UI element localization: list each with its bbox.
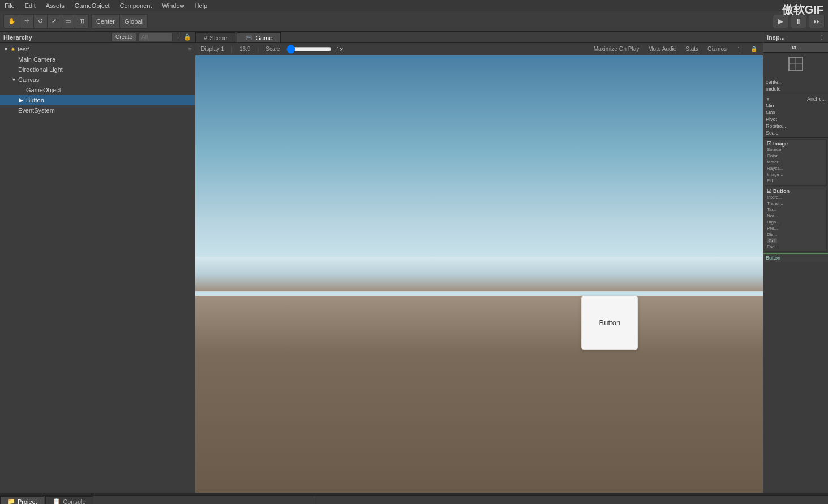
hierarchy-item-directional-light[interactable]: Directional Light [0, 64, 195, 75]
anchor-max-label: Max [766, 110, 775, 115]
image-component-title: ☑ Image [767, 141, 825, 147]
display-separator: | [231, 46, 233, 53]
inspector-options-icon[interactable]: ⋮ [819, 34, 825, 40]
anchor-label: Ancho... [807, 96, 826, 102]
project-tabs: 📁 Project 📋 Console [0, 496, 314, 504]
anchor-header-row: ▼ Ancho... [766, 96, 826, 102]
display-dropdown[interactable]: Display 1 [199, 45, 226, 53]
pivot-label: Pivot [766, 117, 777, 122]
panel-lock-icon[interactable]: 🔒 [748, 45, 760, 53]
maximize-on-play-btn[interactable]: Maximize On Play [591, 45, 642, 53]
inspector-center-section: cente... middle [763, 77, 828, 94]
scene-tab-label: Scene [209, 35, 227, 41]
panel-options-icon[interactable]: ⋮ [733, 45, 744, 53]
game-tab-label: Game [255, 35, 272, 41]
hierarchy-item-eventsystem[interactable]: EventSystem [0, 105, 195, 115]
item-label-test: test* [18, 46, 30, 53]
hierarchy-header: Hierarchy Create ⋮ 🔒 [0, 32, 195, 43]
mute-audio-btn[interactable]: Mute Audio [646, 45, 679, 53]
hierarchy-item-options[interactable]: ≡ [188, 46, 191, 52]
hierarchy-item-gameobject[interactable]: GameObject [0, 85, 195, 95]
game-viewport: Button [195, 55, 763, 493]
star-icon: ★ [10, 46, 16, 53]
bottom-area: 📁 Project 📋 Console Create 🔍 ⇅ ☰ ⋮ 🔒 [0, 495, 828, 504]
hierarchy-item-test[interactable]: ▼ ★ test* ≡ [0, 44, 195, 54]
inspector-button-component: ☑ Button Intera... Transi... Tar... Nor.… [765, 187, 827, 252]
raycast-field: Rayca... [767, 165, 825, 171]
hierarchy-controls: Create ⋮ 🔒 [111, 33, 191, 41]
scale-label: Scale [263, 45, 282, 53]
anchor-min-label: Min [766, 103, 774, 109]
pivot-row: Pivot [766, 116, 826, 123]
inspector-middle-row: middle [766, 85, 826, 92]
menu-file[interactable]: File [2, 2, 17, 9]
item-label-main-camera: Main Camera [18, 56, 55, 63]
inspector-image-component: ☑ Image Source Color Materi... Rayca... … [765, 139, 827, 186]
hierarchy-item-canvas[interactable]: ▼ Canvas [0, 75, 195, 85]
hierarchy-item-main-camera[interactable]: Main Camera [0, 54, 195, 64]
menu-assets[interactable]: Assets [44, 2, 67, 9]
menu-help[interactable]: Help [192, 2, 209, 9]
hierarchy-item-button[interactable]: ▶ Button [0, 95, 195, 105]
item-label-gameobject: GameObject [26, 87, 61, 93]
ratio-dropdown[interactable]: 16:9 [237, 45, 252, 53]
interactable-field: Intera... [767, 194, 825, 200]
console-tab[interactable]: 📋 Console [45, 496, 93, 504]
rotation-row: Rotatio... [766, 123, 826, 130]
project-tab[interactable]: 📁 Project [0, 496, 44, 504]
stats-btn[interactable]: Stats [683, 45, 701, 53]
ui-button-label: Button [599, 318, 621, 327]
pivot-global-btn[interactable]: Global [120, 15, 147, 28]
ground-bg [195, 296, 763, 493]
transform-rect[interactable]: ▭ [61, 15, 75, 28]
pressed-field: Pre... [767, 225, 825, 231]
material-field: Materi... [767, 159, 825, 165]
menu-gameobject[interactable]: GameObject [72, 2, 112, 9]
transform-scale[interactable]: ⤢ [48, 15, 61, 28]
hierarchy-title: Hierarchy [3, 34, 32, 41]
ui-button-game[interactable]: Button [581, 296, 638, 350]
rotation-label: Rotatio... [766, 123, 786, 129]
transform-rotate[interactable]: ↺ [34, 15, 48, 28]
col-row: Col [767, 238, 825, 244]
hierarchy-create-btn[interactable]: Create [111, 33, 136, 41]
menu-window[interactable]: Window [160, 2, 186, 9]
project-tab-label: Project [18, 498, 37, 505]
center-label: cente... [766, 79, 783, 85]
pivot-center-btn[interactable]: Center [92, 15, 120, 28]
item-label-button: Button [26, 97, 44, 104]
transform-hand[interactable]: ✋ [4, 15, 20, 28]
hierarchy-lock-icon[interactable]: 🔒 [183, 33, 191, 41]
hierarchy-options-icon[interactable]: ⋮ [175, 33, 181, 41]
transform-move[interactable]: ✛ [20, 15, 34, 28]
scene-tab[interactable]: # Scene [195, 32, 235, 42]
pivot-group: Center Global [91, 14, 148, 29]
scale-label-insp: Scale [766, 130, 779, 136]
inspector-center-row: cente... [766, 79, 826, 85]
anchor-chevron-icon: ▼ [766, 97, 770, 102]
console-tab-label: Console [63, 498, 85, 505]
game-tab[interactable]: 🎮 Game [237, 32, 281, 42]
gizmos-btn[interactable]: Gizmos [705, 45, 729, 53]
horizon-mist [195, 257, 763, 292]
scale-slider[interactable] [286, 46, 332, 52]
center-area: # Scene 🎮 Game Display 1 | 16:9 | Scale … [195, 32, 763, 493]
button-component-check[interactable]: ☑ [767, 188, 771, 194]
menu-edit[interactable]: Edit [23, 2, 38, 9]
target-field: Tar... [767, 206, 825, 213]
fill-field: Fill [767, 178, 825, 184]
middle-label: middle [766, 86, 781, 92]
transform-multi[interactable]: ⊞ [75, 15, 88, 28]
inspector-header: Insp... ⋮ [763, 32, 828, 43]
hierarchy-search-input[interactable] [139, 33, 173, 41]
button-component-title: ☑ Button [767, 188, 825, 194]
hierarchy-panel: Hierarchy Create ⋮ 🔒 ▼ ★ test* ≡ Main Ca… [0, 32, 195, 493]
console-panel [314, 496, 828, 504]
inspector-tabs: Ta... [763, 43, 828, 53]
game-scene: Button [195, 55, 763, 493]
menu-component[interactable]: Component [117, 2, 154, 9]
inspector-tab-main[interactable]: Ta... [763, 43, 828, 52]
image-component-check[interactable]: ☑ [767, 141, 771, 147]
hierarchy-content: ▼ ★ test* ≡ Main Camera Directional Ligh… [0, 43, 195, 493]
transition-field: Transi... [767, 200, 825, 206]
